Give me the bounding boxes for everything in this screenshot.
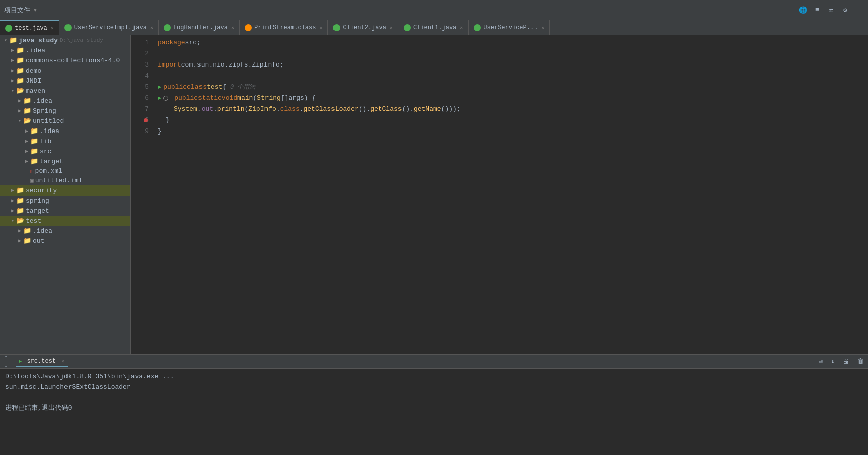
tab-close-printstream[interactable]: ✕ bbox=[319, 25, 322, 31]
code-lines[interactable]: package src; import com.sun.nio.zipfs.Zi… bbox=[154, 37, 868, 352]
sidebar-item-demo[interactable]: ▶ 📁 demo bbox=[0, 66, 130, 76]
terminal-trash-icon[interactable]: 🗑 bbox=[857, 358, 864, 365]
expand-idea-untitled[interactable]: ▶ bbox=[23, 128, 30, 134]
bottom-tab-label: src.test bbox=[27, 358, 56, 365]
terminal-line-4: 进程已结束,退出代码0 bbox=[5, 403, 863, 414]
field-out: out bbox=[202, 104, 213, 115]
tab-printstream[interactable]: PrintStream.class ✕ bbox=[240, 20, 328, 35]
sidebar-item-lib[interactable]: ▶ 📁 lib bbox=[0, 136, 130, 146]
sidebar-label-maven: maven bbox=[26, 87, 45, 95]
tab-label-userservicep: UserServiceP... bbox=[483, 24, 538, 31]
expand-spring-maven[interactable]: ▶ bbox=[16, 108, 23, 114]
minimize-icon[interactable]: — bbox=[855, 6, 864, 15]
sidebar-label-src: src bbox=[40, 148, 51, 155]
sym-semi3: ; bbox=[280, 59, 284, 71]
tab-close-userservicep[interactable]: ✕ bbox=[541, 25, 544, 31]
line-num-5: 5 bbox=[131, 82, 149, 93]
terminal-print-icon[interactable]: 🖨 bbox=[843, 358, 849, 365]
expand-spring[interactable]: ▶ bbox=[9, 198, 16, 204]
expand-target[interactable]: ▶ bbox=[9, 208, 16, 214]
sidebar-label-pom: pom.xml bbox=[35, 167, 63, 175]
sidebar-label-demo: demo bbox=[26, 67, 41, 75]
expand-root[interactable]: ▾ bbox=[2, 37, 9, 43]
tab-close-loghandler[interactable]: ✕ bbox=[231, 25, 234, 31]
sidebar-item-jndi[interactable]: ▶ 📁 JNDI bbox=[0, 76, 130, 86]
expand-demo[interactable]: ▶ bbox=[9, 68, 16, 74]
sidebar-item-maven[interactable]: ▾ 📂 maven bbox=[0, 86, 130, 96]
scroll-down-icon[interactable]: ↓ bbox=[4, 362, 8, 369]
sidebar-item-target[interactable]: ▶ 📁 target bbox=[0, 206, 130, 216]
tab-client1[interactable]: Client1.java ✕ bbox=[398, 20, 469, 35]
sidebar-item-spring-maven[interactable]: ▶ 📁 Spring bbox=[0, 106, 130, 116]
swap-icon[interactable]: ⇄ bbox=[827, 6, 836, 15]
expand-idea-test[interactable]: ▶ bbox=[16, 228, 23, 234]
sidebar-item-target-untitled[interactable]: ▶ 📁 target bbox=[0, 156, 130, 166]
sidebar-label-idea-untitled: .idea bbox=[40, 127, 59, 135]
sidebar-item-idea-root[interactable]: ▶ 📁 .idea bbox=[0, 45, 130, 55]
bottom-tab-close[interactable]: ✕ bbox=[61, 359, 64, 364]
tab-client2[interactable]: Client2.java ✕ bbox=[328, 20, 398, 35]
toolbar-project-label[interactable]: 项目文件 ▾ bbox=[4, 6, 37, 15]
sidebar-root[interactable]: ▾ 📁 java_study D:\java_study bbox=[0, 35, 130, 45]
sidebar-item-pom[interactable]: m pom.xml bbox=[0, 166, 130, 176]
sidebar-item-idea-untitled[interactable]: ▶ 📁 .idea bbox=[0, 126, 130, 136]
fn-getclass: getClass bbox=[370, 104, 402, 115]
tabs-bar: test.java ✕ UserServiceImpl.java ✕ LogHa… bbox=[0, 20, 868, 35]
expand-idea-root[interactable]: ▶ bbox=[9, 47, 16, 53]
tab-close-test-java[interactable]: ✕ bbox=[51, 25, 54, 31]
expand-idea-maven[interactable]: ▶ bbox=[16, 98, 23, 104]
folder-icon-jndi: 📁 bbox=[16, 77, 24, 85]
sidebar-item-untitled[interactable]: ▾ 📂 untitled bbox=[0, 116, 130, 126]
tab-test-java[interactable]: test.java ✕ bbox=[0, 20, 59, 35]
expand-target-untitled[interactable]: ▶ bbox=[23, 158, 30, 164]
code-line-3: import com.sun.nio.zipfs.ZipInfo; bbox=[158, 59, 868, 71]
expand-src[interactable]: ▶ bbox=[23, 148, 30, 154]
toolbar-dropdown-arrow[interactable]: ▾ bbox=[33, 6, 37, 14]
sidebar-item-security[interactable]: ▶ 📁 security bbox=[0, 185, 130, 196]
expand-jndi[interactable]: ▶ bbox=[9, 78, 16, 84]
sidebar-item-iml[interactable]: ▣ untitled.iml bbox=[0, 176, 130, 185]
terminal-wrap-icon[interactable]: ⏎ bbox=[819, 358, 823, 366]
scroll-up-icon[interactable]: ↑ bbox=[4, 354, 8, 361]
paren-open-6: ( bbox=[253, 93, 257, 104]
run-arrow-5[interactable]: ▶ bbox=[158, 82, 161, 93]
expand-commons[interactable]: ▶ bbox=[9, 57, 16, 63]
run-arrow-6[interactable]: ▶ bbox=[158, 93, 161, 104]
line-num-4: 4 bbox=[131, 71, 149, 82]
code-line-8: } bbox=[158, 115, 868, 126]
settings-icon[interactable]: ⚙ bbox=[841, 6, 850, 15]
sidebar-item-out[interactable]: ▶ 📁 out bbox=[0, 236, 130, 246]
list-icon[interactable]: ≡ bbox=[813, 6, 822, 15]
kw-public-5: public bbox=[163, 82, 187, 93]
sidebar-item-idea-maven[interactable]: ▶ 📁 .idea bbox=[0, 96, 130, 106]
expand-security[interactable]: ▶ bbox=[9, 187, 16, 193]
expand-untitled[interactable]: ▾ bbox=[16, 118, 23, 124]
sidebar-item-commons[interactable]: ▶ 📁 commons-collections4-4.0 bbox=[0, 55, 130, 66]
tab-close-userserviceimpl[interactable]: ✕ bbox=[150, 25, 153, 31]
expand-lib[interactable]: ▶ bbox=[23, 138, 30, 144]
tab-userserviceimpl[interactable]: UserServiceImpl.java ✕ bbox=[59, 20, 159, 35]
code-line-1: package src; bbox=[158, 37, 868, 48]
globe-icon[interactable]: 🌐 bbox=[798, 6, 808, 15]
sidebar-item-idea-test[interactable]: ▶ 📁 .idea bbox=[0, 226, 130, 236]
sidebar-item-src[interactable]: ▶ 📁 src bbox=[0, 146, 130, 156]
tab-close-client1[interactable]: ✕ bbox=[460, 25, 463, 31]
terminal-sort-icon[interactable]: ⬇ bbox=[831, 358, 835, 366]
sidebar-item-spring[interactable]: ▶ 📁 spring bbox=[0, 196, 130, 206]
sidebar-label-out: out bbox=[33, 237, 44, 245]
expand-test[interactable]: ▾ bbox=[9, 218, 16, 224]
tab-close-client2[interactable]: ✕ bbox=[390, 25, 393, 31]
tab-label-userserviceimpl: UserServiceImpl.java bbox=[74, 24, 147, 31]
sidebar-item-test[interactable]: ▾ 📂 test bbox=[0, 216, 130, 226]
expand-out[interactable]: ▶ bbox=[16, 238, 23, 244]
tab-icon-printstream bbox=[245, 24, 252, 31]
bottom-tab-src-test[interactable]: ▶ src.test ✕ bbox=[16, 357, 68, 367]
tab-icon-userserviceimpl bbox=[64, 24, 72, 31]
sidebar-label-jndi: JNDI bbox=[26, 77, 41, 85]
tab-loghandler[interactable]: LogHandler.java ✕ bbox=[159, 20, 240, 35]
sym-semi1: ; bbox=[197, 37, 201, 48]
expand-maven[interactable]: ▾ bbox=[9, 88, 16, 94]
tab-userservicep[interactable]: UserServiceP... ✕ bbox=[469, 20, 550, 35]
code-editor[interactable]: 1 2 3 4 5 6 7 8 9 package src; bbox=[131, 35, 868, 354]
toolbar: 项目文件 ▾ 🌐 ≡ ⇄ ⚙ — bbox=[0, 0, 868, 20]
